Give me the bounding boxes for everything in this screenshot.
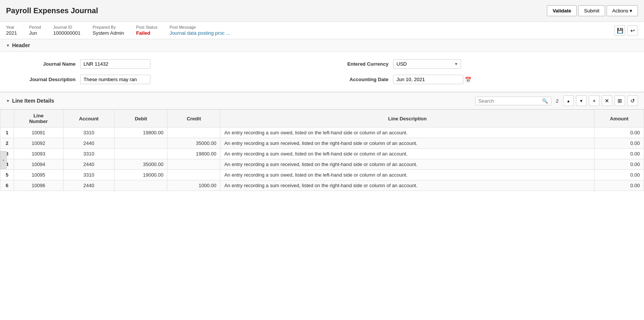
prepared-by-value: System Admin (93, 30, 124, 36)
scroll-up-button[interactable]: ▲ (563, 95, 574, 106)
search-icon: 🔍 (542, 98, 548, 104)
journal-name-label: Journal Name (15, 61, 76, 67)
table-row: 1 10091 3310 19800.00 An entry recording… (0, 128, 644, 138)
top-bar-actions: Validate Submit Actions ▾ (547, 5, 638, 16)
cell-account: 3310 (63, 170, 115, 180)
header-section-title: Header (12, 42, 30, 48)
col-debit: Debit (115, 110, 167, 128)
post-message-label: Post Message (169, 25, 230, 29)
table-row: 4 10094 2440 35000.00 An entry recording… (0, 159, 644, 170)
cell-description: An entry recording a sum owed, listed on… (220, 149, 594, 159)
table-header: LineNumber Account Debit Credit Line Des… (0, 110, 644, 128)
header-form-grid: Journal Name Entered Currency USD ▼ Jour… (0, 52, 644, 92)
cell-row-num: 5 (0, 170, 14, 180)
cell-account: 2440 (63, 138, 115, 149)
accounting-date-label: Accounting Date (328, 77, 389, 82)
submit-button[interactable]: Submit (578, 5, 605, 16)
journal-id-value: 1000000001 (53, 30, 80, 36)
cell-debit (115, 138, 167, 149)
entered-currency-row: Entered Currency USD ▼ (328, 59, 629, 69)
line-section-controls: 🔍 2 ▲ ▼ + ✕ ⊞ ↺ (475, 95, 638, 106)
journal-description-input[interactable] (80, 75, 150, 84)
cell-amount: 0.00 (594, 170, 644, 180)
line-item-section: ▼ Line Item Details 🔍 2 ▲ ▼ + ✕ ⊞ ↺ (0, 92, 644, 191)
cell-debit: 19800.00 (115, 128, 167, 138)
page-title: Payroll Expenses Journal (6, 6, 98, 15)
meta-post-status: Post Status Failed (136, 25, 157, 36)
cell-amount: 0.00 (594, 128, 644, 138)
table-row: 6 10096 2440 1000.00 An entry recording … (0, 180, 644, 191)
cell-credit: 19800.00 (167, 149, 220, 159)
main-content: ▼ Header Journal Name Entered Currency U… (0, 39, 644, 320)
col-amount: Amount (594, 110, 644, 128)
cell-line-number: 10095 (14, 170, 63, 180)
cell-account: 3310 (63, 149, 115, 159)
table-row: 5 10095 3310 19000.00 An entry recording… (0, 170, 644, 180)
col-line-number: LineNumber (14, 110, 63, 128)
year-value: 2021 (6, 30, 17, 36)
search-box: 🔍 (475, 97, 551, 105)
cell-debit (115, 149, 167, 159)
header-toggle[interactable]: ▼ (6, 43, 10, 48)
cell-credit (167, 170, 220, 180)
add-row-button[interactable]: + (589, 95, 599, 106)
cell-debit: 19000.00 (115, 170, 167, 180)
col-row-num (0, 110, 14, 128)
cell-description: An entry recording a sum owed, listed on… (220, 128, 594, 138)
period-value: Jun (29, 30, 41, 36)
journal-name-input[interactable] (80, 59, 150, 69)
cell-description: An entry recording a sum owed, listed on… (220, 170, 594, 180)
line-items-table-wrap: LineNumber Account Debit Credit Line Des… (0, 109, 644, 191)
currency-select-wrap: USD ▼ (393, 59, 461, 69)
top-bar: Payroll Expenses Journal Validate Submit… (0, 0, 644, 22)
cell-line-number: 10094 (14, 159, 63, 170)
cell-credit: 1000.00 (167, 180, 220, 191)
cell-row-num: 6 (0, 180, 14, 191)
line-section-header: ▼ Line Item Details 🔍 2 ▲ ▼ + ✕ ⊞ ↺ (0, 92, 644, 109)
cell-account: 2440 (63, 180, 115, 191)
cell-line-number: 10092 (14, 138, 63, 149)
delete-row-button[interactable]: ✕ (602, 95, 612, 106)
cell-row-num: 2 (0, 138, 14, 149)
header-section-header: ▼ Header (0, 39, 644, 52)
cell-line-number: 10091 (14, 128, 63, 138)
cell-amount: 0.00 (594, 180, 644, 191)
calendar-icon[interactable]: 📅 (465, 77, 471, 83)
cell-amount: 0.00 (594, 138, 644, 149)
meta-post-message: Post Message Journal data posting proc .… (169, 25, 230, 36)
scroll-down-button[interactable]: ▼ (576, 95, 587, 106)
journal-description-label: Journal Description (15, 77, 76, 82)
post-message-value[interactable]: Journal data posting proc ... (169, 30, 230, 36)
col-account: Account (63, 110, 115, 128)
accounting-date-input[interactable] (393, 75, 463, 84)
line-section-toggle[interactable]: ▼ (6, 99, 10, 103)
cell-account: 2440 (63, 159, 115, 170)
validate-button[interactable]: Validate (547, 5, 577, 16)
header-section: ▼ Header Journal Name Entered Currency U… (0, 39, 644, 92)
currency-select[interactable]: USD (393, 59, 461, 69)
post-status-label: Post Status (136, 25, 157, 29)
reset-button[interactable]: ↺ (627, 95, 638, 106)
journal-name-row: Journal Name (15, 59, 316, 69)
search-input[interactable] (478, 98, 542, 104)
table-row: 2 10092 2440 35000.00 An entry recording… (0, 138, 644, 149)
sidebar-toggle[interactable]: › (0, 151, 7, 169)
meta-prepared-by: Prepared By System Admin (93, 25, 124, 36)
cell-credit (167, 128, 220, 138)
entered-currency-label: Entered Currency (328, 61, 389, 67)
columns-button[interactable]: ⊞ (615, 95, 625, 106)
meta-period: Period Jun (29, 25, 41, 36)
accounting-date-wrap: 📅 (393, 75, 471, 84)
accounting-date-row: Accounting Date 📅 (328, 75, 629, 84)
cell-line-number: 10093 (14, 149, 63, 159)
cell-description: An entry recording a sum received, liste… (220, 159, 594, 170)
cell-credit (167, 159, 220, 170)
cell-description: An entry recording a sum received, liste… (220, 180, 594, 191)
actions-button[interactable]: Actions ▾ (607, 5, 638, 16)
line-items-table: LineNumber Account Debit Credit Line Des… (0, 109, 644, 191)
save-icon-button[interactable]: 💾 (615, 25, 625, 36)
period-label: Period (29, 25, 41, 29)
refresh-icon-button[interactable]: ↩ (627, 25, 638, 36)
cell-credit: 35000.00 (167, 138, 220, 149)
col-credit: Credit (167, 110, 220, 128)
